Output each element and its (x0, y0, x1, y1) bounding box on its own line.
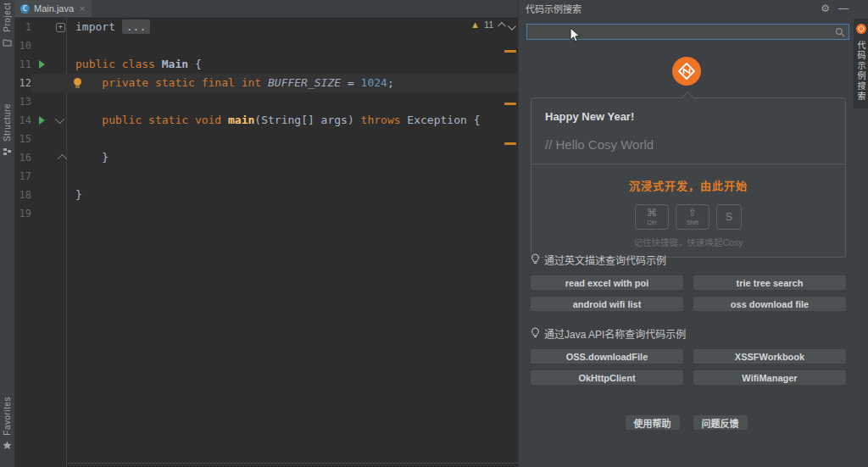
fold-down-icon[interactable] (54, 114, 64, 124)
line-number[interactable]: 18 (14, 186, 31, 204)
line-number[interactable]: 12 (14, 74, 31, 92)
cosy-mini-icon (856, 22, 866, 37)
bulb-icon (531, 253, 540, 267)
favorites-icon (3, 438, 12, 453)
section-title: 通过英文描述查询代码示例 (531, 253, 846, 267)
code-line: 1+import ... (14, 18, 518, 36)
line-number[interactable]: 19 (14, 204, 31, 223)
code-line: 10 (14, 36, 518, 55)
project-label: Project (3, 3, 12, 32)
code-line: 16 } (14, 148, 518, 167)
example-query-button[interactable]: WifiManager (693, 370, 846, 385)
line-number[interactable]: 1 (14, 18, 31, 36)
inspections-widget[interactable]: ▲ 11 (470, 19, 514, 30)
toolwindow-tab-code-example-search[interactable]: 代码示例搜索 (854, 19, 868, 108)
warning-icon: ▲ (470, 19, 480, 30)
search-icon[interactable] (835, 27, 845, 37)
minimize-icon[interactable]: — (838, 4, 849, 13)
fold-expand-icon[interactable]: + (56, 23, 65, 32)
code-line: 19 (14, 204, 518, 223)
scrollbar-warning-mark[interactable] (504, 50, 516, 53)
java-class-icon: C (20, 4, 30, 14)
line-number[interactable]: 14 (14, 111, 31, 130)
intention-bulb-icon[interactable] (74, 78, 81, 86)
section-title: 通过Java API名称查询代码示例 (531, 326, 846, 341)
code-text: public class Main { (70, 55, 202, 74)
code-text: } (70, 148, 108, 167)
code-text (70, 167, 75, 186)
code-lines: 1+import ...1011public class Main {12 pr… (14, 18, 518, 223)
code-text (70, 130, 75, 148)
line-number[interactable]: 11 (14, 55, 31, 74)
ide-window: Project Structure Favorites C Main.java … (0, 0, 868, 467)
warning-count: 11 (484, 19, 493, 30)
editor-tab-main-java[interactable]: C Main.java × (14, 0, 92, 17)
line-content: } (31, 186, 518, 204)
example-query-button[interactable]: XSSFWorkbook (693, 349, 846, 364)
editor-tab-bar: C Main.java × (14, 0, 518, 18)
example-query-button[interactable]: OkHttpClient (531, 370, 683, 385)
example-query-button[interactable]: trie tree search (693, 275, 846, 290)
search-input[interactable] (527, 25, 835, 39)
code-text: private static final int BUFFER_SIZE = 1… (70, 74, 394, 92)
panel-header: 代码示例搜索 ⚙ — (519, 0, 854, 17)
tab-label: Main.java (34, 3, 74, 14)
line-content: } (31, 148, 518, 167)
prev-warning-icon[interactable] (498, 21, 506, 30)
structure-label: Structure (3, 103, 12, 142)
example-query-button[interactable]: oss download file (693, 297, 846, 311)
line-content (31, 204, 518, 223)
line-content: public class Main { (31, 55, 518, 74)
card-divider (531, 164, 845, 164)
cosy-logo-icon (672, 57, 701, 89)
editor-pane: C Main.java × ▲ 11 1+import ...1011publi… (14, 0, 518, 467)
structure-icon (3, 144, 12, 159)
panel-title: 代码示例搜索 (526, 2, 821, 15)
keycap-ctrl: ⌘Ctrl (635, 204, 669, 230)
run-icon[interactable] (39, 60, 45, 69)
sidebar-item-structure[interactable]: Structure (0, 103, 14, 159)
code-line: 12 private static final int BUFFER_SIZE … (14, 74, 518, 92)
scrollbar-warning-mark[interactable] (504, 142, 516, 145)
line-content (31, 92, 518, 111)
project-icon (3, 35, 12, 50)
example-query-button[interactable]: read excel with poi (531, 275, 683, 290)
line-content: +import ... (31, 18, 518, 36)
example-query-button[interactable]: android wifi list (531, 297, 683, 311)
panel-footer: 使用帮助 问题反馈 (519, 415, 854, 430)
code-line: 13 (14, 92, 518, 111)
code-line: 15 (14, 130, 518, 148)
help-button[interactable]: 使用帮助 (626, 415, 680, 430)
line-number[interactable]: 16 (14, 148, 31, 167)
run-icon[interactable] (39, 116, 45, 125)
line-number[interactable]: 17 (14, 167, 31, 186)
keycap-shift: ⇧Shift (676, 204, 709, 230)
bulb-icon (531, 327, 540, 341)
example-sections: 通过英文描述查询代码示例read excel with poitrie tree… (531, 253, 846, 400)
scrollbar-warning-mark[interactable] (504, 103, 516, 105)
line-content: public static void main(String[] args) t… (31, 111, 518, 130)
code-text (70, 36, 75, 55)
right-toolwindow-bar: 代码示例搜索 (854, 0, 868, 467)
code-editor[interactable]: ▲ 11 1+import ...1011public class Main {… (14, 18, 518, 467)
feedback-button[interactable]: 问题反馈 (693, 415, 748, 430)
toolwindow-tab-label: 代码示例搜索 (854, 41, 867, 102)
example-query-button[interactable]: OSS.downloadFile (531, 349, 683, 364)
line-number[interactable]: 13 (14, 92, 31, 111)
code-line: 17 (14, 167, 518, 186)
tab-close-icon[interactable]: × (80, 3, 85, 14)
code-text: public static void main(String[] args) t… (70, 111, 480, 130)
code-text (70, 204, 75, 223)
gear-icon[interactable]: ⚙ (821, 3, 830, 14)
shortcut-hint: 记住快捷键，快速唤起Cosy (545, 236, 832, 248)
fold-up-icon[interactable] (57, 154, 66, 164)
code-text: } (70, 186, 82, 204)
line-number[interactable]: 10 (14, 36, 31, 55)
line-number[interactable]: 15 (14, 130, 31, 148)
code-text (70, 92, 75, 111)
line-content: private static final int BUFFER_SIZE = 1… (31, 74, 518, 92)
left-toolwindow-bar: Project Structure Favorites (0, 0, 14, 467)
sidebar-item-favorites[interactable]: Favorites (0, 397, 14, 453)
hello-comment-text: // Hello Cosy World (545, 137, 832, 152)
sidebar-item-project[interactable]: Project (0, 3, 14, 50)
